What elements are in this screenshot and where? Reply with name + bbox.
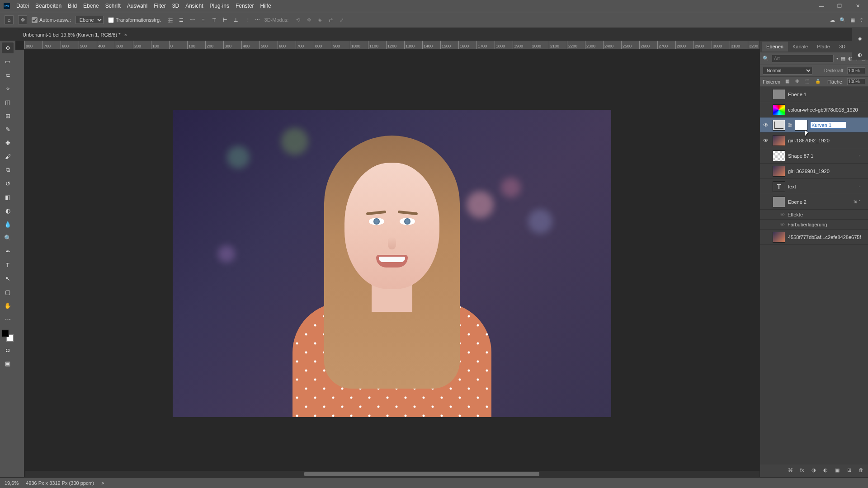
delete-layer-icon[interactable]: 🗑 [857,467,864,474]
cloud-docs-icon[interactable]: ☁ [830,17,835,23]
history-brush-tool[interactable]: ↺ [2,178,14,189]
frame-tool[interactable]: ⊞ [2,110,14,121]
auto-select-checkbox[interactable]: Autom.-ausw.: [32,17,71,23]
align-top-icon[interactable]: ⊤ [209,15,219,25]
tab-3d[interactable]: 3D [835,42,850,52]
layer-visibility-toggle[interactable]: 👁 [762,137,770,144]
menu-bild[interactable]: Bild [68,3,77,9]
layer-name[interactable]: text [788,184,856,189]
canvas[interactable] [24,50,760,477]
menu-filter[interactable]: Filter [154,3,166,9]
auto-select-target-dropdown[interactable]: Ebene [75,16,104,24]
layer-row[interactable]: 👁girl-1867092_1920 [760,133,868,148]
layer-row[interactable]: Shape 87 1▫ [760,148,868,164]
layer-thumbnail[interactable] [773,104,785,115]
layer-row[interactable]: colour-wheel-gb9f78d013_1920 [760,102,868,117]
fill-input[interactable] [847,78,865,85]
pen-tool[interactable]: ✒ [2,246,14,257]
color-swatches[interactable] [2,330,14,342]
align-left-icon[interactable]: ⬱ [165,15,175,25]
quick-mask-tool[interactable]: ◘ [2,344,14,355]
arrange-icon[interactable]: ▦ [850,17,855,23]
menu-datei[interactable]: Datei [16,3,29,9]
window-minimize[interactable]: — [815,2,828,10]
blur-tool[interactable]: 💧 [2,219,14,230]
hand-tool[interactable]: ✋ [2,300,14,311]
marquee-tool[interactable]: ▭ [2,56,14,67]
layer-mask-thumbnail[interactable] [795,120,807,131]
lock-all-icon[interactable]: 🔒 [815,79,821,85]
menu-hilfe[interactable]: Hilfe [260,3,271,9]
layer-thumbnail[interactable] [773,197,785,207]
eyedropper-tool[interactable]: ✎ [2,124,14,135]
layer-thumbnail[interactable] [773,89,785,100]
layer-name[interactable]: Shape 87 1 [788,153,856,159]
collapsed-panel-icon[interactable]: ◆ [855,33,865,43]
layer-name[interactable]: Ebene 2 [788,199,851,205]
edit-toolbar-icon[interactable]: ⋯ [2,314,14,324]
layer-row[interactable]: girl-3626901_1920 [760,164,868,179]
layer-name[interactable]: Ebene 1 [788,92,866,97]
layer-effect-item[interactable]: 👁Effekte [760,210,868,220]
horizontal-scrollbar[interactable] [25,471,760,477]
layer-thumbnail[interactable]: T [773,181,785,192]
adjustment-layer-icon[interactable]: ◐ [822,467,829,474]
menu-bearbeiten[interactable]: Bearbeiten [35,3,61,9]
lock-artboard-icon[interactable]: ⬚ [805,79,811,85]
layer-thumbnail[interactable] [773,120,785,131]
blend-mode-dropdown[interactable]: Normal [763,67,812,75]
healing-brush-tool[interactable]: ✚ [2,137,14,148]
layer-fx-indicator[interactable]: fx ˅ [854,199,866,204]
layer-row[interactable]: Ebene 1 [760,87,868,102]
lock-pixels-icon[interactable]: ▦ [785,79,792,85]
menu-ansicht[interactable]: Ansicht [185,3,203,9]
screen-mode-tool[interactable]: ▣ [2,358,14,369]
home-icon[interactable]: ⌂ [5,15,14,24]
layer-thumbnail[interactable] [773,135,785,146]
layer-row[interactable]: 4558f777db5af...c2efe8428e675f [760,230,868,245]
new-group-icon[interactable]: ▣ [834,467,841,474]
distribute-v-icon[interactable]: ⋮ [245,17,250,23]
layer-name[interactable]: 4558f777db5af...c2efe8428e675f [788,235,866,240]
eraser-tool[interactable]: ◧ [2,192,14,202]
document-tab-close[interactable]: × [124,32,127,38]
align-right-icon[interactable]: ⬳ [187,15,197,25]
collapsed-panel-icon[interactable]: ◐ [855,50,865,60]
opacity-input[interactable] [847,67,865,74]
gradient-tool[interactable]: ◐ [2,205,14,216]
menu-schrift[interactable]: Schrift [105,3,121,9]
layer-mask-icon[interactable]: ◑ [810,467,817,474]
layer-visibility-toggle[interactable]: 👁 [762,122,770,128]
lasso-tool[interactable]: ⊂ [2,70,14,80]
zoom-level[interactable]: 19,6% [5,480,19,486]
menu-auswahl[interactable]: Auswahl [127,3,147,9]
align-bottom-icon[interactable]: ⊥ [231,15,241,25]
overflow-icon[interactable]: ⋯ [255,17,260,23]
search-icon[interactable]: 🔍 [840,17,846,23]
layer-name[interactable]: colour-wheel-gb9f78d013_1920 [788,107,866,113]
layer-row[interactable]: Ttext▫ [760,179,868,194]
layer-thumbnail[interactable] [773,232,785,243]
move-tool[interactable]: ✥ [2,42,14,53]
new-layer-icon[interactable]: ⊞ [845,467,853,474]
layer-effect-item[interactable]: 👁Farbüberlagerung [760,220,868,230]
window-maximize[interactable]: ❐ [833,2,846,10]
layer-name[interactable]: girl-3626901_1920 [788,169,866,174]
layer-fx-icon[interactable]: fx [798,467,806,474]
magic-wand-tool[interactable]: ✧ [2,83,14,94]
layer-row[interactable]: Ebene 2fx ˅ [760,194,868,210]
menu-ebene[interactable]: Ebene [83,3,99,9]
tab-pfade[interactable]: Pfade [812,42,835,52]
crop-tool[interactable]: ◫ [2,97,14,108]
layer-thumbnail[interactable] [773,166,785,177]
layer-rename-input[interactable] [810,122,846,129]
layer-thumbnail[interactable] [773,150,785,161]
document-tab[interactable]: Unbenannt-1 bei 19,6% (Kurven 1, RGB/8) … [18,30,132,39]
menu-fenster[interactable]: Fenster [236,3,254,9]
share-icon[interactable]: ⇧ [859,17,863,23]
menu-plugins[interactable]: Plug-ins [210,3,229,9]
transform-controls-checkbox[interactable]: Transformationsstrg. [108,17,161,23]
search-icon[interactable]: 🔍 [763,56,769,61]
path-select-tool[interactable]: ↖ [2,273,14,284]
layer-name[interactable]: girl-1867092_1920 [788,138,866,143]
